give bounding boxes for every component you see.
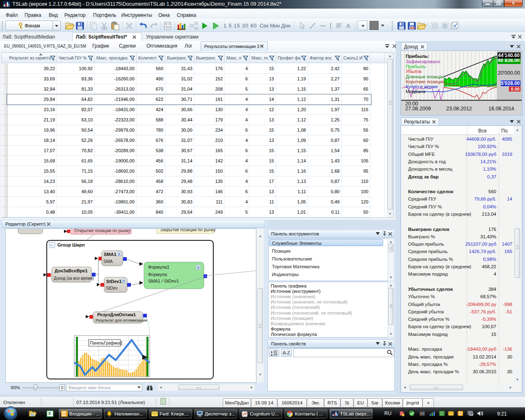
svg-text:Результат для оптимизации: Результат для оптимизации <box>96 318 147 322</box>
svg-text:X: X <box>48 411 51 416</box>
svg-text:StDev1: StDev1 <box>106 279 121 284</box>
svg-text:O: O <box>459 411 462 416</box>
svg-text:Доход (за все время): Доход (за все время) <box>54 276 94 281</box>
svg-text:SMA1: SMA1 <box>104 252 116 257</box>
svg-text:ДохЗаВсеВре1: ДохЗаВсеВре1 <box>55 268 88 273</box>
svg-text:РезулДляОптим1: РезулДляОптим1 <box>97 312 136 317</box>
svg-text:Открытие позиции по рынку: Открытие позиции по рынку <box>74 229 130 233</box>
svg-text:Group Шарп: Group Шарп <box>57 242 85 247</box>
svg-text:A: A <box>346 23 350 29</box>
svg-text:O: O <box>62 412 65 416</box>
svg-text:Формула: Формула <box>148 272 167 277</box>
svg-text:SMA: SMA <box>103 259 113 264</box>
svg-text:-: - <box>51 243 52 247</box>
svg-text:SMA1 / StDev1: SMA1 / StDev1 <box>148 278 179 283</box>
svg-text:AS: AS <box>410 26 415 30</box>
svg-text:Закрытие позиции по рынку: Закрытие позиции по рынку <box>160 229 216 232</box>
svg-text:ПанельГрафика1: ПанельГрафика1 <box>90 341 123 345</box>
svg-text:Формула1: Формула1 <box>148 265 169 269</box>
svg-text:StDev: StDev <box>106 285 118 290</box>
